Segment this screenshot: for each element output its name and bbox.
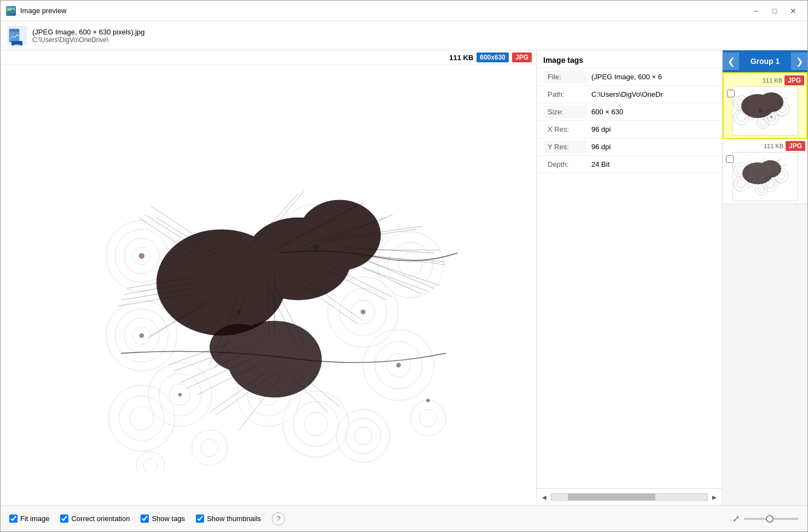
svg-point-2 bbox=[9, 9, 10, 10]
tag-value-path: C:\Users\DigVo\OneDr bbox=[587, 88, 716, 101]
scroll-left-button[interactable]: ◀ bbox=[540, 494, 549, 500]
thumbnails-panel: ❮ Group 1 ❯ 111 KB JPG bbox=[723, 50, 807, 505]
svg-point-144 bbox=[755, 183, 768, 195]
zoom-area: ⤢ bbox=[733, 513, 799, 524]
svg-point-108 bbox=[396, 363, 401, 367]
tag-row-file: File: (JPEG Image, 600 × 6 bbox=[537, 68, 722, 86]
svg-point-107 bbox=[236, 309, 241, 314]
svg-point-28 bbox=[398, 253, 422, 276]
tag-row-xres: X Res: 96 dpi bbox=[537, 121, 722, 138]
svg-point-137 bbox=[737, 179, 746, 188]
file-name: (JPEG Image, 600 × 630 pixels).jpg bbox=[32, 28, 145, 36]
tag-label-xres: X Res: bbox=[543, 123, 587, 136]
correct-orientation-checkbox[interactable] bbox=[60, 515, 68, 523]
group-nav: ❮ Group 1 ❯ bbox=[723, 50, 807, 72]
svg-point-103 bbox=[138, 253, 144, 259]
svg-point-122 bbox=[757, 116, 769, 128]
maximize-button[interactable]: □ bbox=[766, 4, 783, 18]
minimize-button[interactable]: − bbox=[747, 4, 765, 18]
svg-text:JPG: JPG bbox=[14, 44, 20, 45]
tag-value-yres: 96 dpi bbox=[587, 141, 716, 153]
show-tags-check[interactable]: Show tags bbox=[141, 515, 185, 523]
show-tags-label[interactable]: Show tags bbox=[152, 515, 185, 523]
scroll-right-button[interactable]: ▶ bbox=[710, 494, 719, 500]
title-bar-left: Image preview bbox=[6, 6, 67, 16]
horizontal-scrollbar-container: ◀ ▶ bbox=[537, 488, 722, 505]
svg-line-86 bbox=[333, 267, 392, 297]
show-thumbnails-check[interactable]: Show thumbnails bbox=[196, 515, 261, 523]
show-tags-checkbox[interactable] bbox=[141, 515, 149, 523]
svg-point-47 bbox=[410, 400, 446, 436]
fit-image-checkbox[interactable] bbox=[9, 515, 18, 523]
svg-point-48 bbox=[200, 439, 218, 456]
thumb-meta-2: 111 KB JPG bbox=[725, 141, 805, 151]
app-icon bbox=[6, 6, 16, 16]
group-prev-button[interactable]: ❮ bbox=[723, 52, 739, 70]
svg-point-139 bbox=[766, 179, 775, 188]
thumbnail-item-1[interactable]: 111 KB JPG bbox=[723, 72, 807, 139]
dimensions-badge: 600x630 bbox=[476, 52, 509, 62]
show-thumbnails-checkbox[interactable] bbox=[196, 515, 204, 523]
help-button[interactable]: ? bbox=[272, 512, 285, 525]
thumb-checkbox-1[interactable] bbox=[727, 90, 735, 97]
zoom-slider[interactable] bbox=[744, 518, 799, 520]
svg-point-16 bbox=[130, 406, 153, 430]
scrollbar-thumb[interactable] bbox=[568, 494, 655, 500]
correct-orientation-check[interactable]: Correct orientation bbox=[60, 515, 130, 523]
svg-point-121 bbox=[760, 119, 766, 126]
tag-value-size: 600 × 630 bbox=[587, 106, 716, 118]
title-bar-controls: − □ ✕ bbox=[747, 4, 802, 18]
svg-point-143 bbox=[758, 186, 765, 192]
thumb-format-badge-1: JPG bbox=[784, 75, 804, 85]
tag-label-file: File: bbox=[543, 71, 587, 83]
svg-point-105 bbox=[312, 244, 318, 250]
file-size-label: 111 KB bbox=[449, 54, 473, 62]
thumb-format-badge-2: JPG bbox=[786, 141, 805, 151]
svg-point-90 bbox=[210, 324, 269, 371]
svg-point-40 bbox=[304, 412, 327, 436]
group-next-button[interactable]: ❯ bbox=[791, 52, 807, 70]
file-name-block: (JPEG Image, 600 × 630 pixels).jpg C:\Us… bbox=[32, 28, 145, 44]
svg-rect-5 bbox=[9, 29, 19, 32]
tag-value-xres: 96 dpi bbox=[587, 123, 716, 136]
tag-rows: File: (JPEG Image, 600 × 6 Path: C:\User… bbox=[537, 68, 722, 173]
svg-point-51 bbox=[136, 451, 165, 471]
svg-point-43 bbox=[354, 427, 371, 445]
tag-row-depth: Depth: 24 Bit bbox=[537, 156, 722, 173]
fit-image-label[interactable]: Fit image bbox=[20, 515, 49, 523]
svg-point-132 bbox=[770, 116, 772, 119]
correct-orientation-label[interactable]: Correct orientation bbox=[71, 515, 130, 523]
zoom-slider-thumb[interactable] bbox=[766, 515, 774, 523]
group-nav-label: Group 1 bbox=[739, 57, 791, 66]
file-type-icon: JPG bbox=[7, 26, 27, 45]
fit-image-check[interactable]: Fit image bbox=[9, 515, 49, 523]
tag-row-path: Path: C:\Users\DigVo\OneDr bbox=[537, 86, 722, 103]
close-button[interactable]: ✕ bbox=[784, 4, 802, 18]
tag-row-size: Size: 600 × 630 bbox=[537, 103, 722, 121]
svg-point-17 bbox=[119, 395, 164, 440]
thumb-image-1 bbox=[733, 86, 798, 136]
horizontal-scrollbar[interactable] bbox=[551, 493, 708, 501]
tag-label-depth: Depth: bbox=[543, 158, 587, 171]
svg-line-88 bbox=[363, 267, 428, 291]
svg-point-30 bbox=[377, 231, 443, 297]
image-canvas[interactable] bbox=[1, 65, 536, 505]
thumb-image-2 bbox=[733, 152, 798, 201]
svg-point-141 bbox=[777, 172, 785, 179]
svg-point-44 bbox=[345, 418, 381, 453]
svg-point-50 bbox=[143, 458, 158, 471]
expand-icon[interactable]: ⤢ bbox=[733, 513, 740, 524]
window-title: Image preview bbox=[20, 7, 67, 15]
file-info-bar: JPG (JPEG Image, 600 × 630 pixels).jpg C… bbox=[1, 21, 807, 50]
image-panel: 111 KB 600x630 JPG bbox=[1, 50, 537, 505]
svg-point-115 bbox=[737, 113, 746, 121]
tag-label-size: Size: bbox=[543, 106, 587, 118]
image-meta-top: 111 KB 600x630 JPG bbox=[1, 50, 536, 65]
thumb-meta-1: 111 KB JPG bbox=[726, 75, 804, 85]
show-thumbnails-label[interactable]: Show thumbnails bbox=[207, 515, 261, 523]
thumb-checkbox-2[interactable] bbox=[726, 155, 734, 163]
bottom-bar: Fit image Correct orientation Show tags … bbox=[1, 505, 807, 531]
thumbnail-item-2[interactable]: 111 KB JPG bbox=[723, 139, 807, 204]
svg-point-46 bbox=[419, 409, 437, 426]
tag-value-file: (JPEG Image, 600 × 6 bbox=[587, 71, 716, 83]
